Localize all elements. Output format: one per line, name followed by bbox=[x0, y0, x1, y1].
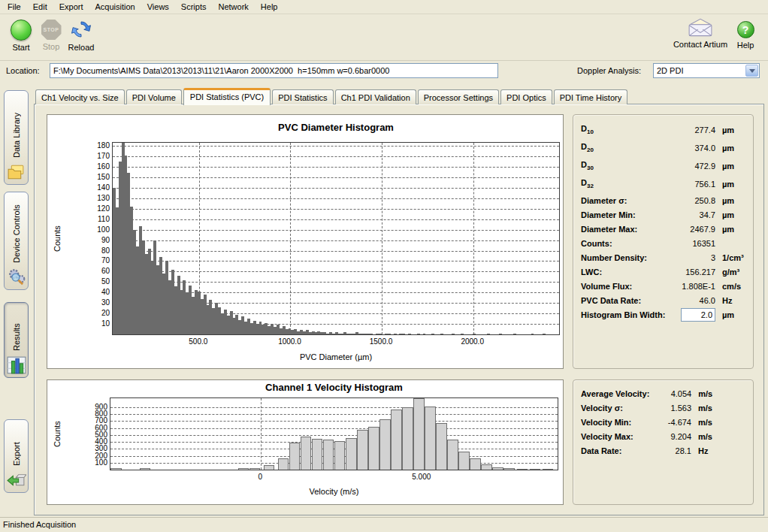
sidebar-item-data-library[interactable]: Data Library bbox=[4, 90, 29, 185]
y-tick-label: 700 bbox=[95, 418, 107, 424]
histogram-bar bbox=[413, 398, 424, 470]
doppler-analysis-value: 2D PDI bbox=[654, 66, 745, 75]
stat-unit: 1/cm³ bbox=[715, 253, 745, 262]
stat-unit: m/s bbox=[691, 418, 745, 427]
gridline bbox=[113, 240, 559, 241]
folder-icon bbox=[6, 162, 26, 181]
tab-pdi-statistics[interactable]: PDI Statistics bbox=[272, 89, 333, 104]
contact-artium-button[interactable]: Contact Artium bbox=[670, 18, 731, 49]
toolbar: StartSTOPStopReload Contact Artium?Help bbox=[0, 15, 768, 61]
histogram-bar bbox=[264, 465, 274, 470]
tab-pdi-volume[interactable]: PDI Volume bbox=[126, 89, 182, 104]
y-tick-label: 600 bbox=[95, 425, 107, 431]
stat-value: 46.0 bbox=[672, 296, 715, 305]
histogram-bar bbox=[140, 468, 150, 470]
stat-unit: m/s bbox=[691, 432, 745, 441]
gridline bbox=[113, 156, 559, 157]
histogram-bar bbox=[499, 334, 502, 334]
doppler-analysis-label: Doppler Analysis: bbox=[577, 66, 641, 75]
pvc-stat-row: Histogram Bin Width:µm bbox=[573, 307, 753, 322]
stop-button: STOPStop bbox=[38, 18, 65, 51]
sidebar-item-device-controls[interactable]: Device Controls bbox=[4, 192, 29, 290]
pvc-stat-row: LWC:156.217g/m³ bbox=[573, 264, 753, 279]
y-tick-label: 160 bbox=[97, 164, 110, 170]
mail-icon bbox=[670, 18, 731, 38]
gridline bbox=[382, 143, 382, 334]
histogram-bar bbox=[110, 468, 121, 470]
sidebar-item-label: Results bbox=[12, 308, 21, 351]
gridline bbox=[113, 230, 559, 231]
gridline bbox=[261, 398, 262, 470]
menu-item-file[interactable]: File bbox=[2, 1, 27, 13]
y-tick-label: 130 bbox=[97, 195, 110, 201]
gridline bbox=[113, 198, 559, 199]
menu-item-export[interactable]: Export bbox=[53, 1, 89, 13]
stat-label: Number Density: bbox=[581, 253, 672, 262]
start-label: Start bbox=[5, 43, 38, 52]
stat-value: -4.674 bbox=[649, 418, 691, 427]
velocity-histogram-plot bbox=[110, 397, 558, 470]
pvc-stat-row: D32756.1µm bbox=[573, 175, 753, 193]
histogram-bar bbox=[402, 407, 413, 470]
doppler-analysis-select[interactable]: 2D PDI bbox=[653, 63, 760, 78]
gridline bbox=[473, 143, 474, 334]
reload-button[interactable]: Reload bbox=[63, 18, 99, 52]
y-tick-label: 900 bbox=[95, 404, 107, 410]
tab-pdi-time-history[interactable]: PDI Time History bbox=[554, 89, 628, 104]
stat-unit: cm/s bbox=[715, 282, 745, 291]
y-tick-label: 100 bbox=[95, 460, 107, 466]
stat-value: 4.054 bbox=[649, 389, 691, 398]
sidebar-item-results[interactable]: Results bbox=[4, 302, 29, 378]
start-button[interactable]: Start bbox=[5, 18, 38, 52]
x-tick-label: 1500.0 bbox=[370, 337, 393, 346]
histogram-bin-width-input[interactable] bbox=[681, 308, 715, 322]
tab-ch1-velocity-vs-size[interactable]: Ch1 Velocity vs. Size bbox=[35, 89, 125, 104]
y-tick-label: 150 bbox=[97, 174, 110, 180]
x-tick-label: 5.000 bbox=[412, 473, 431, 481]
start-icon bbox=[5, 20, 38, 41]
y-tick-label: 100 bbox=[97, 227, 110, 233]
tab-ch1-pdi-validation[interactable]: Ch1 PDI Validation bbox=[335, 89, 416, 104]
histogram-bar bbox=[388, 334, 391, 334]
stat-label: Diameter σ: bbox=[581, 196, 672, 205]
stop-icon: STOP bbox=[38, 20, 65, 40]
histogram-bar bbox=[447, 440, 458, 470]
stat-unit: µm bbox=[715, 210, 745, 219]
x-tick-label: 500.0 bbox=[189, 337, 207, 346]
histogram-bar bbox=[417, 334, 420, 334]
histogram-bar bbox=[425, 407, 435, 470]
stat-unit: g/m³ bbox=[715, 268, 745, 277]
sidebar-item-export[interactable]: Export bbox=[4, 419, 29, 493]
sidebar-rail: Data LibraryDevice ControlsResultsExport bbox=[0, 84, 34, 517]
menu-item-acquisition[interactable]: Acquisition bbox=[89, 1, 141, 13]
tab-pdi-optics[interactable]: PDI Optics bbox=[500, 89, 552, 104]
chevron-down-icon[interactable] bbox=[745, 65, 758, 77]
menu-item-help[interactable]: Help bbox=[255, 1, 284, 13]
menu-item-views[interactable]: Views bbox=[141, 1, 175, 13]
menu-item-network[interactable]: Network bbox=[212, 1, 254, 13]
x-axis-label: Velocity (m/s) bbox=[110, 487, 558, 496]
pvc-stat-row: Diameter Max:2467.9µm bbox=[573, 222, 753, 236]
tab-processor-settings[interactable]: Processor Settings bbox=[418, 89, 499, 104]
menu-item-scripts[interactable]: Scripts bbox=[175, 1, 213, 13]
y-tick-label: 10 bbox=[101, 321, 110, 327]
pvc-histogram-plot bbox=[112, 142, 560, 335]
help-button[interactable]: ?Help bbox=[730, 18, 761, 50]
histogram-bar bbox=[531, 334, 534, 334]
tab-pdi-statistics-pvc-[interactable]: PDI Statistics (PVC) bbox=[183, 88, 271, 105]
main-content: Data LibraryDevice ControlsResultsExport… bbox=[0, 84, 768, 517]
gridline bbox=[113, 188, 559, 189]
histogram-bar bbox=[517, 469, 528, 470]
stat-unit: µm bbox=[715, 162, 745, 171]
stat-unit: µm bbox=[715, 180, 745, 189]
menu-item-edit[interactable]: Edit bbox=[27, 1, 53, 13]
location-input[interactable] bbox=[50, 63, 498, 78]
velocity-stat-row: Data Rate:28.1Hz bbox=[573, 443, 753, 458]
gridline bbox=[113, 146, 559, 147]
tab-page-pdi-statistics-pvc: PVC Diameter Histogram Counts PVC Diamet… bbox=[34, 104, 764, 515]
y-tick-label: 30 bbox=[101, 300, 110, 306]
help-icon: ? bbox=[730, 21, 761, 38]
gridline bbox=[113, 251, 559, 252]
y-axis-label: Counts bbox=[52, 142, 62, 335]
velocity-statistics-panel: Average Velocity:4.054m/sVelocity σ:1.56… bbox=[573, 379, 754, 505]
